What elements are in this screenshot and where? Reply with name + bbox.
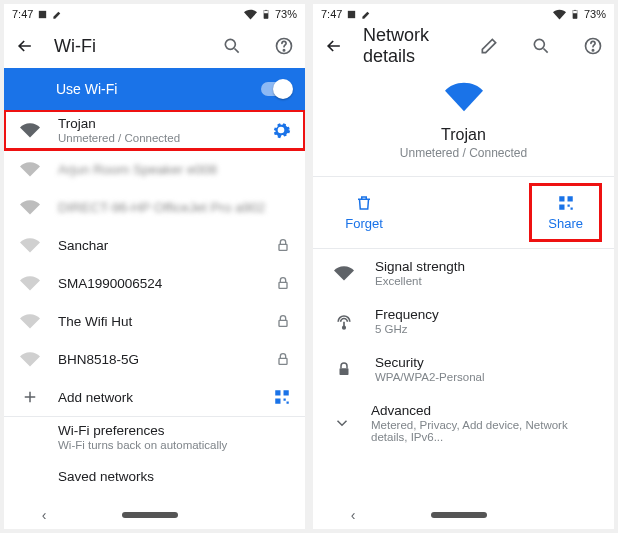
- forget-button[interactable]: Forget: [313, 177, 415, 248]
- battery-text: 73%: [275, 8, 297, 20]
- network-item[interactable]: The Wifi Hut: [4, 302, 305, 340]
- svg-rect-19: [574, 9, 576, 10]
- status-bar: 7:47 73%: [4, 4, 305, 24]
- chevron-down-icon: [333, 414, 351, 432]
- advanced-value: Metered, Privacy, Add device, Network de…: [371, 419, 594, 443]
- trash-icon: [355, 194, 373, 212]
- saved-networks-row[interactable]: Saved networks: [4, 457, 305, 495]
- qr-icon[interactable]: [273, 388, 291, 406]
- status-bar: 7:47 73%: [313, 4, 614, 24]
- svg-rect-14: [284, 399, 286, 401]
- help-button[interactable]: [273, 35, 295, 57]
- network-sub: Unmetered / Connected: [58, 132, 253, 144]
- svg-rect-12: [284, 390, 289, 395]
- lock-icon: [275, 313, 291, 329]
- network-item[interactable]: Arjun Room Speaker e008: [4, 150, 305, 188]
- share-button[interactable]: Share: [529, 183, 602, 242]
- network-item[interactable]: Sanchar: [4, 226, 305, 264]
- network-list: Trojan Unmetered / Connected Arjun Room …: [4, 110, 305, 501]
- wifi-switch-icon[interactable]: [261, 82, 291, 96]
- network-sub: Unmetered / Connected: [313, 146, 614, 160]
- wifi-status-icon: [244, 8, 257, 21]
- svg-point-6: [283, 50, 284, 51]
- wifi-icon: [20, 349, 40, 369]
- svg-rect-13: [275, 399, 280, 404]
- wifi-icon: [20, 235, 40, 255]
- wifi-icon: [20, 273, 40, 293]
- wifi-status-icon: [553, 8, 566, 21]
- svg-rect-16: [348, 10, 355, 17]
- network-name: Arjun Room Speaker e008: [58, 162, 291, 177]
- lock-icon: [333, 360, 355, 378]
- nav-home-pill[interactable]: [431, 512, 487, 518]
- advanced-row[interactable]: Advanced Metered, Privacy, Add device, N…: [313, 393, 614, 453]
- network-item[interactable]: SMA1990006524: [4, 264, 305, 302]
- svg-point-20: [534, 39, 544, 49]
- nav-bar: ‹: [4, 501, 305, 529]
- svg-rect-7: [279, 244, 287, 250]
- screen-network-details: 7:47 73% Network details Trojan Unmetere…: [313, 4, 614, 529]
- plus-icon: [20, 388, 40, 406]
- action-row: Forget Share: [313, 176, 614, 249]
- network-name: BHN8518-5G: [58, 352, 257, 367]
- wifi-large-icon: [313, 78, 614, 120]
- battery-text: 73%: [584, 8, 606, 20]
- svg-rect-2: [264, 13, 268, 18]
- wifi-icon: [20, 197, 40, 217]
- back-button[interactable]: [323, 35, 345, 57]
- qr-icon: [557, 194, 575, 212]
- network-name: DIRECT-96-HP OfficeJet Pro a902: [58, 200, 291, 215]
- nav-back-icon[interactable]: ‹: [351, 507, 356, 523]
- network-name: Trojan: [58, 116, 253, 131]
- network-name: The Wifi Hut: [58, 314, 257, 329]
- battery-icon: [570, 8, 580, 21]
- svg-rect-30: [340, 368, 349, 375]
- wifi-icon: [20, 311, 40, 331]
- wifi-icon: [333, 263, 355, 283]
- nav-back-icon[interactable]: ‹: [42, 507, 47, 523]
- prefs-label: Wi-Fi preferences: [58, 423, 291, 438]
- edit-indicator-icon: [52, 9, 63, 20]
- signal-row: Signal strength Excellent: [313, 249, 614, 297]
- back-button[interactable]: [14, 35, 36, 57]
- use-wifi-toggle-row[interactable]: Use Wi-Fi: [4, 68, 305, 110]
- frequency-row: Frequency 5 GHz: [313, 297, 614, 345]
- share-label: Share: [548, 216, 583, 231]
- svg-rect-11: [275, 390, 280, 395]
- battery-icon: [261, 8, 271, 21]
- gear-icon[interactable]: [271, 120, 291, 140]
- app-bar: Wi-Fi: [4, 24, 305, 68]
- svg-point-29: [343, 326, 346, 329]
- wifi-preferences-row[interactable]: Wi-Fi preferences Wi-Fi turns back on au…: [4, 417, 305, 457]
- svg-rect-10: [279, 358, 287, 364]
- add-network-row[interactable]: Add network: [4, 378, 305, 416]
- network-name: SMA1990006524: [58, 276, 257, 291]
- frequency-label: Frequency: [375, 307, 439, 322]
- svg-rect-25: [559, 205, 564, 210]
- clock: 7:47: [12, 8, 33, 20]
- network-name: Trojan: [313, 126, 614, 144]
- lock-icon: [275, 237, 291, 253]
- signal-label: Signal strength: [375, 259, 465, 274]
- page-title: Wi-Fi: [54, 36, 203, 57]
- edit-button[interactable]: [478, 35, 500, 57]
- lock-icon: [275, 351, 291, 367]
- search-button[interactable]: [221, 35, 243, 57]
- network-item[interactable]: DIRECT-96-HP OfficeJet Pro a902: [4, 188, 305, 226]
- network-connected[interactable]: Trojan Unmetered / Connected: [4, 110, 305, 150]
- nav-home-pill[interactable]: [122, 512, 178, 518]
- wifi-icon: [20, 159, 40, 179]
- nav-bar: ‹: [313, 501, 614, 529]
- signal-value: Excellent: [375, 275, 465, 287]
- edit-indicator-icon: [361, 9, 372, 20]
- svg-rect-18: [573, 13, 577, 18]
- use-wifi-label: Use Wi-Fi: [56, 81, 117, 97]
- saved-label: Saved networks: [58, 469, 291, 484]
- security-label: Security: [375, 355, 485, 370]
- page-title: Network details: [363, 25, 460, 67]
- forget-label: Forget: [345, 216, 383, 231]
- svg-rect-24: [567, 196, 572, 201]
- network-item[interactable]: BHN8518-5G: [4, 340, 305, 378]
- help-button[interactable]: [582, 35, 604, 57]
- search-button[interactable]: [530, 35, 552, 57]
